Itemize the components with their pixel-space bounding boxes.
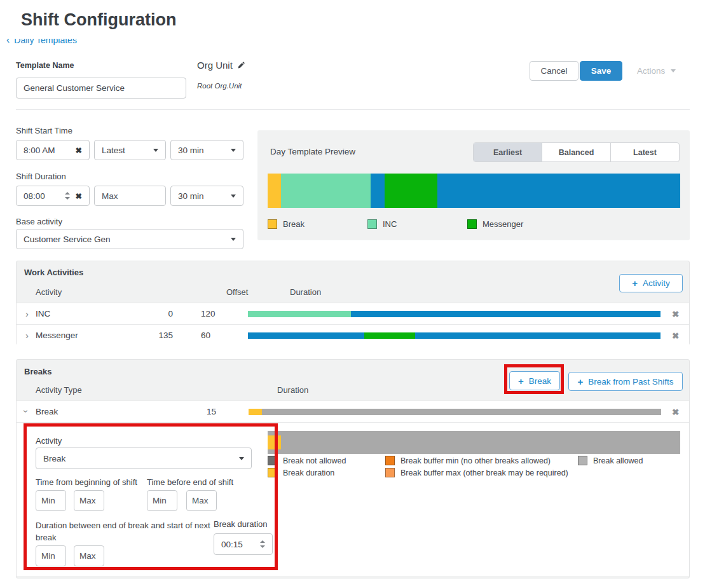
from-begin-label: Time from beginning of shift — [36, 477, 137, 487]
close-icon[interactable]: ✖ — [672, 331, 679, 341]
duration-value: 120 — [201, 309, 216, 318]
preview-tab-group: Earliest Balanced Latest — [473, 142, 680, 162]
start-mode-value: Latest — [102, 146, 125, 155]
start-step-dropdown[interactable]: 30 min — [170, 140, 243, 160]
table-row-messenger: › Messenger 135 60 ✖ — [17, 324, 689, 346]
add-break-button[interactable]: + Break — [509, 371, 560, 390]
work-activities-title: Work Activities — [24, 268, 83, 277]
duration-max-input[interactable] — [102, 191, 158, 201]
shift-start-time-label: Shift Start Time — [16, 126, 72, 135]
duration-stepper[interactable] — [65, 192, 70, 200]
page-title: Shift Configuration — [21, 10, 176, 30]
between-min-input[interactable] — [41, 551, 60, 561]
start-time-input[interactable] — [24, 146, 62, 155]
activity-bar — [248, 311, 661, 317]
before-end-max-input[interactable] — [192, 496, 211, 505]
stepper-down-icon[interactable] — [260, 545, 265, 548]
add-activity-button[interactable]: + Activity — [619, 274, 683, 292]
break-allowed-swatch — [578, 456, 587, 465]
before-end-max-field[interactable] — [186, 490, 217, 511]
org-unit-label: Org Unit — [197, 60, 233, 71]
close-icon[interactable]: ✖ — [672, 407, 679, 417]
template-name-label: Template Name — [16, 61, 74, 70]
tab-balanced[interactable]: Balanced — [542, 143, 610, 161]
from-begin-min-field[interactable] — [36, 490, 66, 511]
stepper-down-icon[interactable] — [65, 197, 70, 200]
add-break-from-past-shifts-button[interactable]: + Break from Past Shifts — [568, 372, 683, 391]
close-icon[interactable]: ✖ — [672, 309, 679, 319]
start-time-field[interactable]: ✖ — [16, 140, 90, 160]
inc-swatch — [367, 219, 377, 229]
col-activity: Activity — [36, 287, 62, 297]
duration-step-value: 30 min — [178, 191, 204, 201]
activity-name: INC — [36, 309, 50, 318]
day-template-timeline-bar — [268, 174, 680, 208]
plus-icon: + — [577, 376, 583, 387]
legend-item-messenger: Messenger — [467, 219, 523, 229]
from-begin-max-input[interactable] — [79, 496, 99, 505]
work-activities-panel: Work Activities + Activity Activity Offs… — [16, 261, 690, 345]
duration-max-field[interactable] — [94, 186, 166, 206]
activity-name: Messenger — [36, 331, 78, 340]
break-duration-stepper[interactable] — [260, 540, 265, 548]
from-begin-max-field[interactable] — [74, 490, 104, 511]
plus-icon: + — [632, 278, 638, 289]
tab-latest[interactable]: Latest — [610, 143, 679, 161]
preview-title: Day Template Preview — [270, 147, 355, 156]
between-breaks-label: Duration between end of break and start … — [36, 519, 221, 544]
break-preview-bar — [268, 431, 680, 454]
day-template-preview-panel: Day Template Preview Earliest Balanced L… — [257, 130, 690, 240]
legend-break-not-allowed: Break not allowed — [268, 456, 346, 465]
template-name-input[interactable] — [24, 83, 179, 93]
break-duration-marker — [268, 435, 281, 449]
duration-input[interactable] — [24, 191, 53, 201]
before-end-min-input[interactable] — [153, 496, 172, 505]
break-activity-dropdown[interactable]: Break — [36, 448, 252, 469]
break-duration-label: Break duration — [214, 519, 268, 529]
break-bar — [249, 409, 661, 415]
legend-item-inc: INC — [367, 219, 397, 229]
clear-icon[interactable]: ✖ — [76, 191, 82, 201]
break-activity-value: Break — [43, 454, 65, 463]
before-end-label: Time before end of shift — [147, 477, 233, 487]
break-duration-input[interactable] — [221, 540, 248, 549]
duration-value: 60 — [201, 331, 210, 340]
break-duration-value: 15 — [207, 407, 216, 416]
from-begin-min-input[interactable] — [41, 496, 60, 505]
offset-value: 0 — [141, 309, 173, 318]
stepper-up-icon[interactable] — [65, 192, 70, 195]
plus-icon: + — [518, 376, 524, 386]
between-max-input[interactable] — [79, 551, 99, 561]
legend-break-buffer-max: Break buffer max (other break may be req… — [385, 468, 568, 477]
table-row-inc: › INC 0 120 ✖ — [17, 303, 689, 324]
cancel-button[interactable]: Cancel — [530, 61, 578, 81]
base-activity-value: Customer Service Gen — [24, 235, 111, 244]
table-row-break: › Break 15 ✖ — [17, 400, 689, 422]
stepper-up-icon[interactable] — [260, 540, 265, 543]
base-activity-dropdown[interactable]: Customer Service Gen — [16, 229, 243, 249]
duration-step-dropdown[interactable]: 30 min — [170, 186, 243, 206]
duration-field[interactable]: ✖ — [16, 186, 90, 206]
legend-break-allowed: Break allowed — [578, 456, 643, 465]
caret-down-icon — [239, 457, 244, 460]
between-min-field[interactable] — [36, 545, 66, 566]
before-end-min-field[interactable] — [147, 490, 177, 511]
break-duration-field[interactable] — [214, 533, 273, 555]
between-max-field[interactable] — [74, 545, 104, 566]
actions-button[interactable]: Actions — [637, 61, 676, 81]
chevron-right-icon[interactable]: › — [25, 311, 29, 317]
caret-down-icon — [231, 195, 236, 198]
tab-earliest[interactable]: Earliest — [474, 143, 542, 161]
breadcrumb[interactable]: ‹ Daily Templates — [6, 39, 121, 49]
template-name-field[interactable] — [16, 78, 186, 99]
back-chevron-icon: ‹ — [6, 39, 10, 44]
caret-down-icon — [671, 69, 676, 72]
start-mode-dropdown[interactable]: Latest — [94, 140, 166, 160]
clear-icon[interactable]: ✖ — [76, 146, 82, 155]
chevron-down-icon[interactable]: › — [23, 410, 29, 413]
chevron-right-icon[interactable]: › — [25, 332, 29, 339]
caret-down-icon — [231, 149, 236, 152]
pencil-icon[interactable] — [237, 61, 245, 69]
save-button[interactable]: Save — [580, 61, 622, 81]
col-duration: Duration — [290, 287, 321, 297]
